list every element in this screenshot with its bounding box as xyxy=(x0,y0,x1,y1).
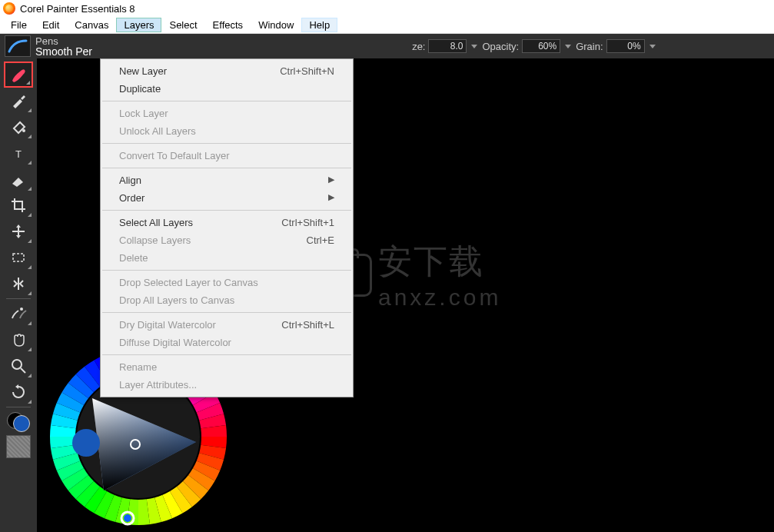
chevron-down-icon[interactable] xyxy=(471,45,477,48)
tool-magnifier[interactable] xyxy=(4,353,33,379)
chevron-right-icon: ▶ xyxy=(328,175,334,186)
color-swatch[interactable] xyxy=(5,412,32,432)
menu-help[interactable]: Help xyxy=(301,18,337,32)
current-color-dot xyxy=(72,429,100,457)
tool-grab[interactable] xyxy=(4,327,33,353)
rotate-icon xyxy=(9,383,28,401)
flyout-indicator-icon xyxy=(28,108,32,112)
flyout-indicator-icon xyxy=(28,347,32,351)
menu-bar: FileEditCanvasLayersSelectEffectsWindowH… xyxy=(0,17,774,34)
flyout-indicator-icon xyxy=(28,135,32,138)
menu-edit[interactable]: Edit xyxy=(35,18,67,32)
layers-dropdown: New LayerCtrl+Shift+NDuplicateLock Layer… xyxy=(100,58,354,397)
menuitem-drop-all-layers-to-canvas: Drop All Layers to Canvas xyxy=(101,291,353,309)
brush-selector[interactable]: Pens Smooth Per xyxy=(35,36,92,57)
menuitem-order[interactable]: Order▶ xyxy=(101,189,353,207)
tool-eraser[interactable] xyxy=(4,166,33,192)
workspace: T 安下载 anxz.com xyxy=(0,58,774,532)
svg-point-4 xyxy=(12,360,22,369)
tool-clone[interactable] xyxy=(4,301,33,327)
size-value[interactable]: 8.0 xyxy=(428,39,467,53)
menu-file[interactable]: File xyxy=(3,18,35,32)
tool-text[interactable]: T xyxy=(4,140,33,166)
flyout-indicator-icon xyxy=(28,321,32,325)
menuitem-unlock-all-layers: Unlock All Layers xyxy=(101,122,353,140)
menuitem-collapse-layers: Collapse LayersCtrl+E xyxy=(101,231,353,249)
window-title: Corel Painter Essentials 8 xyxy=(20,3,135,15)
chevron-right-icon: ▶ xyxy=(328,192,334,204)
paint-bucket-icon xyxy=(9,118,28,136)
size-label: ze: xyxy=(412,41,425,52)
mirror-icon xyxy=(9,274,28,293)
paper-swatch[interactable] xyxy=(6,435,31,458)
flyout-indicator-icon xyxy=(28,291,32,295)
menu-select[interactable]: Select xyxy=(161,18,204,32)
brush-name: Smooth Per xyxy=(35,46,92,57)
menu-separator xyxy=(102,101,351,101)
grab-icon xyxy=(9,331,28,349)
clone-icon xyxy=(9,304,28,323)
menu-separator xyxy=(102,270,351,271)
menuitem-convert-to-default-layer: Convert To Default Layer xyxy=(101,147,353,165)
tool-mirror[interactable] xyxy=(4,271,33,297)
svg-point-0 xyxy=(22,129,25,132)
brush-thumbnail[interactable] xyxy=(5,35,31,57)
flyout-indicator-icon xyxy=(28,187,32,191)
chevron-down-icon[interactable] xyxy=(565,45,571,48)
primary-color[interactable] xyxy=(13,415,30,432)
menu-separator xyxy=(102,354,351,355)
menu-effects[interactable]: Effects xyxy=(205,18,251,32)
magnifier-icon xyxy=(9,357,28,375)
menuitem-drop-selected-layer-to-canvas: Drop Selected Layer to Canvas xyxy=(101,274,353,291)
crop-icon xyxy=(9,196,28,214)
grain-label: Grain: xyxy=(576,41,603,52)
dropper-icon xyxy=(9,91,28,110)
opacity-label: Opacity: xyxy=(482,41,519,52)
menu-canvas[interactable]: Canvas xyxy=(67,18,116,32)
marquee-icon xyxy=(9,248,28,267)
transform-icon xyxy=(9,222,28,241)
title-bar: Corel Painter Essentials 8 xyxy=(0,0,774,17)
flyout-indicator-icon xyxy=(28,265,32,269)
opacity-value[interactable]: 60% xyxy=(522,39,560,53)
tool-separator xyxy=(6,298,31,299)
menuitem-align[interactable]: Align▶ xyxy=(101,171,353,189)
menuitem-new-layer[interactable]: New LayerCtrl+Shift+N xyxy=(101,62,353,80)
tool-brush[interactable] xyxy=(4,62,33,88)
menu-separator xyxy=(102,210,351,211)
svg-point-3 xyxy=(20,308,23,311)
flyout-indicator-icon xyxy=(26,81,30,85)
grain-value[interactable]: 0% xyxy=(606,39,645,53)
menu-layers[interactable]: Layers xyxy=(116,18,161,32)
tool-paint-bucket[interactable] xyxy=(4,114,33,140)
app-icon xyxy=(3,2,15,15)
tool-palette: T xyxy=(0,58,37,532)
menuitem-select-all-layers[interactable]: Select All LayersCtrl+Shift+1 xyxy=(101,214,353,231)
flyout-indicator-icon xyxy=(28,161,32,165)
flyout-indicator-icon xyxy=(28,374,32,377)
menu-separator xyxy=(102,312,351,313)
svg-rect-2 xyxy=(13,254,24,261)
tool-separator xyxy=(6,407,31,407)
chevron-down-icon[interactable] xyxy=(649,45,656,48)
menuitem-rename: Rename xyxy=(101,358,353,376)
text-icon: T xyxy=(9,144,28,162)
tool-rotate[interactable] xyxy=(4,379,33,405)
menu-window[interactable]: Window xyxy=(251,18,301,32)
tool-marquee[interactable] xyxy=(4,244,33,271)
svg-text:T: T xyxy=(15,148,22,160)
eraser-icon xyxy=(9,170,28,188)
brush-category: Pens xyxy=(35,36,92,46)
flyout-indicator-icon xyxy=(28,239,32,243)
menuitem-lock-layer: Lock Layer xyxy=(101,105,353,122)
brush-icon xyxy=(9,65,28,84)
svg-point-7 xyxy=(124,514,131,522)
tool-dropper[interactable] xyxy=(4,88,33,114)
menuitem-duplicate[interactable]: Duplicate xyxy=(101,80,353,98)
flyout-indicator-icon xyxy=(28,400,32,404)
tool-transform[interactable] xyxy=(4,218,33,244)
menuitem-dry-digital-watercolor: Dry Digital WatercolorCtrl+Shift+L xyxy=(101,316,353,334)
menu-separator xyxy=(102,168,351,168)
menu-separator xyxy=(102,143,351,144)
tool-crop[interactable] xyxy=(4,192,33,218)
